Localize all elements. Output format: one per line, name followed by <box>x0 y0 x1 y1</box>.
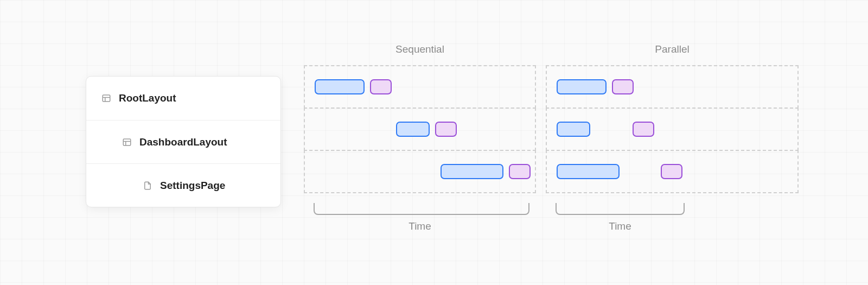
bar-finish <box>633 122 654 137</box>
bar-finish <box>612 79 634 94</box>
bar-work <box>557 164 620 179</box>
bar-work <box>315 79 365 94</box>
timeline-rows <box>304 65 536 193</box>
bar-work <box>557 122 590 137</box>
bar-finish <box>370 79 392 94</box>
timeline-parallel: Parallel Time <box>546 43 799 232</box>
tree-item-dashboard: DashboardLayout <box>86 120 280 163</box>
timeline-row <box>546 107 799 151</box>
bar-finish <box>509 164 531 179</box>
timelines: Sequential Time Parallel <box>304 43 799 232</box>
layout-icon <box>101 93 111 103</box>
tree-item-settings: SettingsPage <box>86 163 280 207</box>
tree-item-root: RootLayout <box>86 77 280 120</box>
svg-rect-0 <box>103 95 110 102</box>
layout-icon <box>122 137 132 147</box>
component-tree: RootLayout DashboardLayout SettingsPage <box>86 76 281 207</box>
bar-work <box>441 164 503 179</box>
tree-item-label: DashboardLayout <box>139 136 227 148</box>
time-axis-label: Time <box>546 220 694 232</box>
time-bracket <box>314 203 529 215</box>
timeline-row <box>546 150 799 193</box>
timeline-header: Parallel <box>546 43 799 55</box>
time-axis-label: Time <box>304 220 536 232</box>
tree-item-label: SettingsPage <box>160 180 225 192</box>
bar-finish <box>435 122 457 137</box>
bar-work <box>557 79 607 94</box>
tree-item-label: RootLayout <box>119 92 176 104</box>
bar-work <box>396 122 430 137</box>
bar-finish <box>661 164 682 179</box>
timeline-sequential: Sequential Time <box>304 43 536 232</box>
page-icon <box>143 181 152 191</box>
time-bracket <box>556 203 685 215</box>
timeline-rows <box>546 65 799 193</box>
timeline-header: Sequential <box>304 43 536 55</box>
timeline-row <box>304 107 536 151</box>
timeline-row <box>304 150 536 193</box>
svg-rect-3 <box>123 139 131 145</box>
timeline-row <box>304 65 536 109</box>
timeline-row <box>546 65 799 109</box>
